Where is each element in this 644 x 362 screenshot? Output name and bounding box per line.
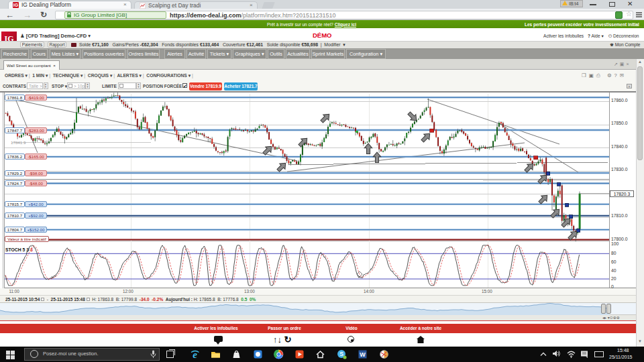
- svg-text:S: S: [339, 351, 343, 357]
- svg-text:W: W: [360, 351, 366, 358]
